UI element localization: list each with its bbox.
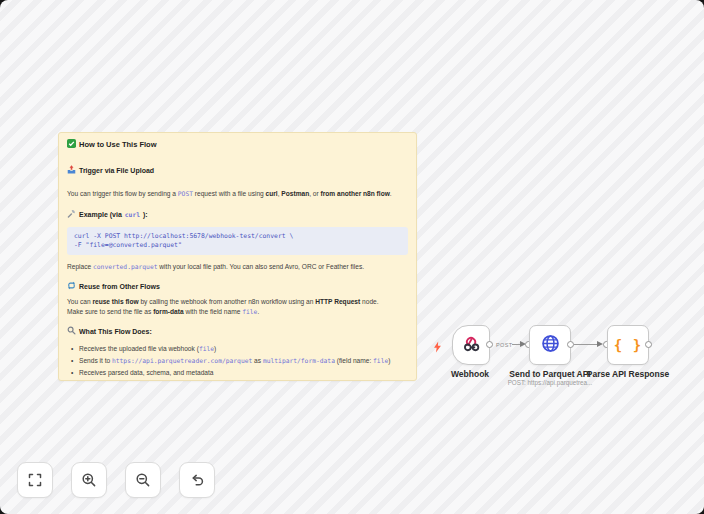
code-line: curl -X POST http://localhost:5678/webho… (74, 232, 293, 240)
check-icon (67, 139, 76, 152)
list-item: Receives the uploaded file via webhook (… (70, 344, 408, 354)
curl-code-block: curl -X POST http://localhost:5678/webho… (67, 227, 408, 255)
example-heading: Example (via (79, 210, 122, 220)
fit-view-icon (27, 472, 43, 488)
example-heading: ): (143, 210, 148, 220)
wrench-icon (67, 209, 76, 221)
text-segment: node. (360, 298, 378, 305)
code-braces-icon: { } (614, 337, 642, 353)
text-segment: You can trigger this flow by sending a (67, 190, 178, 197)
n8n-workflow-canvas[interactable]: How to Use This Flow Trigger via File Up… (0, 0, 704, 514)
text-segment: with the field name (184, 308, 243, 315)
node-caption: Parse API Response (583, 369, 673, 379)
text-segment: as (252, 357, 263, 364)
trigger-bolt-icon (433, 339, 442, 357)
node-caption: Webhook (440, 369, 500, 379)
webhook-output-port[interactable] (486, 341, 493, 348)
zoom-out-icon (135, 472, 151, 488)
search-icon (67, 326, 76, 338)
text-segment: Replace (67, 263, 93, 270)
list-item: Sends it to https://api.parquetreader.co… (70, 356, 408, 366)
node-send-to-parquet-api[interactable] (529, 325, 571, 365)
example-heading-row: Example (via curl): (67, 209, 408, 221)
text-segment: Receives the uploaded file via webhook ( (79, 345, 199, 352)
globe-icon (540, 333, 561, 358)
webhook-icon (461, 333, 482, 358)
code-line: -F "file=@converted.parquet" (74, 241, 182, 249)
text-bold: from another n8n flow (321, 190, 390, 197)
text-bold: reuse this flow (92, 298, 138, 305)
http-output-port[interactable] (567, 341, 574, 348)
inline-code: POST (178, 190, 193, 197)
connection-wire (574, 344, 599, 345)
reuse-heading: Reuse from Other Flows (79, 282, 160, 292)
upload-heading: Trigger via File Upload (79, 166, 154, 176)
text-segment: ) (214, 345, 216, 352)
sticky-note[interactable]: How to Use This Flow Trigger via File Up… (58, 132, 417, 381)
repeat-icon (67, 281, 76, 293)
zoom-in-button[interactable] (71, 462, 107, 498)
text-segment: with your local file path. You can also … (157, 263, 364, 270)
replace-paragraph: Replace converted.parquet with your loca… (67, 262, 408, 272)
text-segment: (field name: (335, 357, 373, 364)
text-segment: You can (67, 298, 92, 305)
text-segment: request with a file using (193, 190, 266, 197)
node-caption: Send to Parquet API (505, 369, 595, 379)
note-title: How to Use This Flow (79, 140, 157, 151)
text-segment: Make sure to send the file as (67, 308, 153, 315)
text-segment: . (390, 190, 392, 197)
node-webhook[interactable] (452, 325, 490, 365)
reuse-heading-row: Reuse from Other Flows (67, 281, 408, 293)
upload-heading-row: Trigger via File Upload (67, 165, 408, 177)
text-bold: Postman (281, 190, 309, 197)
text-segment: Sends it to (79, 357, 112, 364)
text-bold: form-data (153, 308, 183, 315)
inline-code: curl (125, 210, 140, 219)
text-segment: Receives parsed data, schema, and metada… (79, 369, 214, 376)
text-segment: , or (309, 190, 320, 197)
reuse-paragraph: You can reuse this flow by calling the w… (67, 297, 408, 316)
inline-code: converted.parquet (93, 263, 157, 270)
undo-button[interactable] (179, 462, 215, 498)
text-segment: . (257, 308, 259, 315)
does-heading: What This Flow Does: (79, 327, 152, 337)
list-item: Receives parsed data, schema, and metada… (70, 368, 408, 378)
inline-code-url: https://api.parquetreader.com/parquet (112, 357, 252, 364)
inline-code: file (373, 357, 388, 364)
trigger-paragraph: You can trigger this flow by sending a P… (67, 189, 408, 199)
text-bold: HTTP Request (315, 298, 360, 305)
node-parse-api-response[interactable]: { } (607, 325, 649, 365)
code-output-port[interactable] (645, 341, 652, 348)
connection-label: POST (496, 342, 513, 348)
fit-view-button[interactable] (17, 462, 53, 498)
text-segment: ) (388, 357, 390, 364)
upload-tray-icon (67, 165, 76, 177)
zoom-in-icon (81, 472, 97, 488)
inline-code: file (242, 308, 257, 315)
text-segment: by calling the webhook from another n8n … (139, 298, 316, 305)
node-subtitle: POST: https://api.parquetrea... (505, 379, 595, 386)
flow-does-list: Receives the uploaded file via webhook (… (70, 344, 408, 378)
text-bold: curl (266, 190, 278, 197)
note-title-row: How to Use This Flow (67, 139, 408, 152)
inline-code: multipart/form-data (263, 357, 335, 364)
does-heading-row: What This Flow Does: (67, 326, 408, 338)
inline-code: file (199, 345, 214, 352)
undo-icon (189, 472, 205, 488)
zoom-out-button[interactable] (125, 462, 161, 498)
